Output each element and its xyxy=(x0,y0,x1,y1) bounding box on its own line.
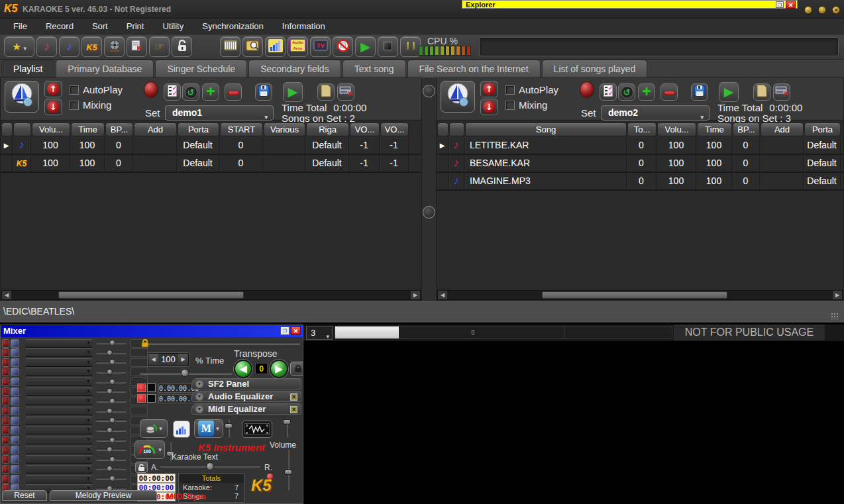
tab-singer-schedule[interactable]: Singer Schedule xyxy=(155,60,247,77)
section-midi-equalizer[interactable]: Midi Equalizer▼✕ xyxy=(191,403,301,415)
checklist-button[interactable]: ✓✓ xyxy=(600,83,617,101)
channel-instrument-select[interactable] xyxy=(26,417,92,425)
resize-grip-icon[interactable] xyxy=(831,313,839,319)
tab-file-search-on-the-internet[interactable]: File Search on the Internet xyxy=(407,60,541,77)
scroll-thumb[interactable] xyxy=(58,291,244,299)
record-button[interactable] xyxy=(142,81,160,101)
play-button[interactable]: ▶ xyxy=(283,82,303,102)
melody-preview-button[interactable]: Melody Preview xyxy=(50,490,157,501)
save-button[interactable] xyxy=(691,83,708,101)
scroll-left-button[interactable]: ◀ xyxy=(438,291,447,299)
tempo-slider[interactable] xyxy=(142,342,300,345)
channel-solo-button[interactable] xyxy=(11,407,19,415)
column-header-time[interactable]: Time xyxy=(697,123,732,136)
channel-volume-thumb[interactable] xyxy=(109,437,115,443)
channel-volume-thumb[interactable] xyxy=(109,340,115,346)
hand-button[interactable]: ☞ xyxy=(149,36,170,57)
column-header-song[interactable]: Song xyxy=(465,123,627,136)
channel-mute-button[interactable] xyxy=(2,417,9,425)
channel-instrument-select[interactable] xyxy=(26,397,92,405)
midi-instrument-button[interactable]: M ▾ xyxy=(194,419,223,438)
tab-list-of-songs-played[interactable]: List of songs played xyxy=(542,60,648,77)
play-button[interactable]: ▶ xyxy=(719,82,739,102)
channel-instrument-select[interactable] xyxy=(26,358,92,367)
file-search-button[interactable] xyxy=(242,36,263,57)
explorer-close-button[interactable]: ✕ xyxy=(786,1,796,9)
table-row[interactable]: ♪IMAGINE.MP301001000Default xyxy=(437,173,843,191)
tab-text-song[interactable]: Text song xyxy=(343,60,406,77)
no-ghost-button[interactable] xyxy=(333,36,353,57)
tab-primary-database[interactable]: Primary Database xyxy=(56,60,154,77)
time-slider[interactable] xyxy=(140,372,233,375)
record-red-note-button[interactable]: ♪ xyxy=(36,36,57,57)
channel-mute-button[interactable] xyxy=(2,465,9,474)
channel-volume-slider[interactable] xyxy=(96,429,127,432)
file-button[interactable] xyxy=(317,83,335,101)
bar-chart-button[interactable] xyxy=(265,36,286,57)
percent-time-up-button[interactable]: ▶ xyxy=(178,354,188,366)
close-button[interactable]: ✕ xyxy=(832,6,840,14)
channel-volume-slider[interactable] xyxy=(96,439,127,442)
pause-button[interactable] xyxy=(400,36,421,57)
channel-volume-thumb[interactable] xyxy=(107,350,113,356)
reset-button[interactable]: Reset xyxy=(2,490,47,501)
k5-home-button[interactable]: K5 xyxy=(81,36,102,57)
channel-mute-button[interactable] xyxy=(2,378,9,386)
channel-instrument-select[interactable] xyxy=(26,475,92,483)
column-header-porta[interactable]: Porta xyxy=(804,123,841,136)
table-row[interactable]: ♪BESAME.KAR01001000Default xyxy=(437,155,843,173)
column-header-to[interactable]: To... xyxy=(627,123,657,136)
menu-synchronization[interactable]: Synchronization xyxy=(193,19,273,33)
channel-volume-thumb[interactable] xyxy=(107,427,113,433)
channel-mute-button[interactable] xyxy=(2,397,9,405)
scroll-right-button[interactable]: ▶ xyxy=(833,291,842,299)
column-header-various[interactable]: Various xyxy=(264,123,305,136)
channel-mute-button[interactable] xyxy=(2,348,9,357)
mixing-checkbox[interactable] xyxy=(505,101,515,110)
channel-solo-button[interactable] xyxy=(11,436,19,444)
section-close-button[interactable]: ✕ xyxy=(290,393,297,401)
channel-solo-button[interactable] xyxy=(11,455,19,464)
channel-instrument-select[interactable] xyxy=(26,446,92,454)
channel-volume-slider[interactable] xyxy=(96,478,127,480)
mixer-restore-button[interactable]: ❐ xyxy=(280,327,290,335)
channel-mute-button[interactable] xyxy=(2,446,9,454)
keyboard-remove-button[interactable]: ✕ xyxy=(773,83,790,101)
column-header[interactable] xyxy=(13,123,31,136)
wave-volume-thumb[interactable] xyxy=(283,419,291,425)
play-button[interactable]: ▶ xyxy=(355,36,376,57)
menu-print[interactable]: Print xyxy=(117,19,154,33)
section-close-button[interactable]: ✕ xyxy=(290,406,297,413)
channel-solo-button[interactable] xyxy=(11,358,19,367)
menu-information[interactable]: Information xyxy=(273,19,335,33)
channel-volume-thumb[interactable] xyxy=(107,388,113,394)
channel-solo-button[interactable] xyxy=(11,465,19,474)
channel-volume-thumb[interactable] xyxy=(109,359,115,365)
horizontal-scrollbar[interactable]: ◀▶ xyxy=(437,290,843,300)
audio-wave-button[interactable] xyxy=(242,421,272,438)
transpose-up-button[interactable]: ▶ xyxy=(270,360,288,378)
export-document-button[interactable] xyxy=(127,36,147,57)
progress-track[interactable]: ▯ xyxy=(335,326,672,339)
channel-volume-slider[interactable] xyxy=(96,419,127,422)
tab-secondary-fields[interactable]: Secondary fields xyxy=(248,60,341,77)
channel-instrument-select[interactable] xyxy=(26,426,92,434)
scroll-left-button[interactable]: ◀ xyxy=(2,291,11,299)
wave-volume-slider[interactable] xyxy=(286,418,288,438)
keyboard-remove-button[interactable]: ✕ xyxy=(337,83,354,101)
channel-volume-slider[interactable] xyxy=(96,342,127,344)
transpose-down-button[interactable]: ◀ xyxy=(234,360,252,378)
master-volume-slider[interactable] xyxy=(287,450,290,491)
channel-instrument-select[interactable] xyxy=(26,348,92,357)
column-header[interactable] xyxy=(437,123,448,136)
mixer-close-button[interactable]: ✕ xyxy=(291,327,301,335)
balance-button[interactable]: ↺ xyxy=(618,83,635,101)
move-down-button[interactable]: ↓ xyxy=(44,99,62,115)
record-button[interactable] xyxy=(578,81,596,101)
piano-keyboard-button[interactable] xyxy=(220,36,240,57)
column-header-porta[interactable]: Porta xyxy=(178,123,219,136)
channel-volume-slider[interactable] xyxy=(96,448,127,451)
midi-volume-slider[interactable] xyxy=(227,419,230,438)
move-up-button[interactable]: ↑ xyxy=(44,81,62,97)
channel-volume-slider[interactable] xyxy=(96,390,127,393)
